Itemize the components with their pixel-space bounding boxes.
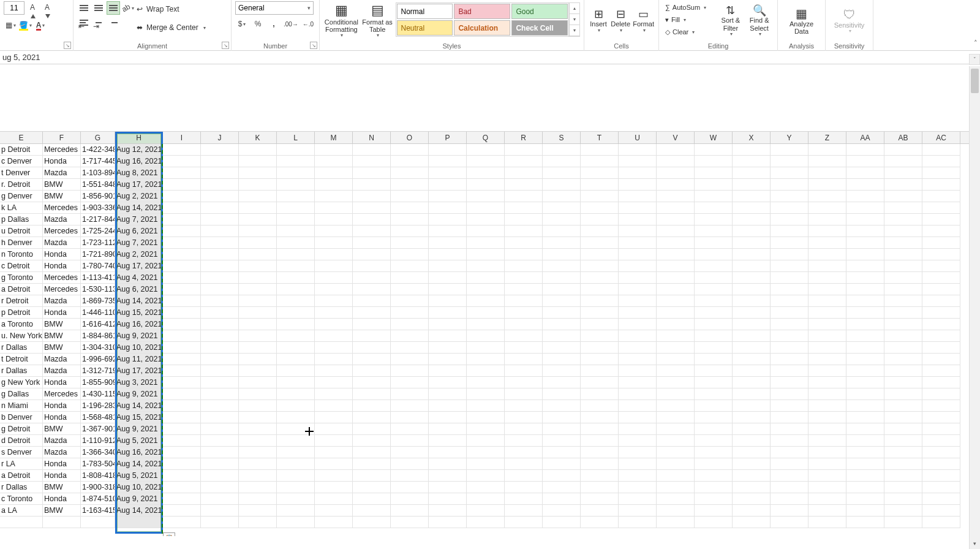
cell[interactable]: [277, 377, 315, 388]
cell[interactable]: 1-903-336: [81, 202, 115, 214]
column-header-AA[interactable]: AA: [846, 132, 884, 143]
cell[interactable]: [733, 517, 771, 528]
table-row[interactable]: h DenverMazda1-723-112Aug 7, 2021: [0, 237, 980, 249]
cell[interactable]: [391, 447, 429, 458]
align-top-button[interactable]: [77, 1, 91, 15]
cell[interactable]: [163, 470, 201, 482]
cell[interactable]: [239, 458, 277, 470]
cell[interactable]: [353, 260, 391, 272]
cell[interactable]: [809, 295, 846, 307]
cell[interactable]: [884, 377, 922, 388]
cell[interactable]: Honda: [43, 493, 81, 505]
cell[interactable]: [163, 260, 201, 272]
cell[interactable]: [543, 237, 581, 249]
cell[interactable]: [809, 260, 846, 272]
cell[interactable]: [543, 202, 581, 214]
cell[interactable]: 1-366-340: [81, 447, 115, 458]
table-row[interactable]: s DenverMazda1-366-340Aug 16, 2021: [0, 447, 980, 458]
cell[interactable]: [467, 319, 505, 330]
cell[interactable]: [922, 400, 960, 412]
cell[interactable]: [695, 156, 733, 167]
cell[interactable]: [733, 365, 771, 377]
cell[interactable]: [846, 202, 884, 214]
cell[interactable]: [277, 458, 315, 470]
table-row[interactable]: p DetroitMercedes1-422-348Aug 12, 2021: [0, 144, 980, 156]
cell[interactable]: [505, 447, 543, 458]
cell[interactable]: [163, 319, 201, 330]
cell[interactable]: [277, 447, 315, 458]
cell[interactable]: Aug 14, 2021: [115, 202, 163, 214]
cell[interactable]: 1-808-418: [81, 470, 115, 482]
cell[interactable]: [619, 249, 657, 260]
cell[interactable]: [429, 179, 467, 191]
cell[interactable]: [201, 493, 239, 505]
cell[interactable]: [846, 225, 884, 237]
cell[interactable]: [846, 295, 884, 307]
cell[interactable]: [505, 342, 543, 354]
cell[interactable]: [201, 354, 239, 365]
cell[interactable]: r LA: [0, 458, 43, 470]
cell[interactable]: [429, 365, 467, 377]
cell[interactable]: [695, 167, 733, 179]
cell[interactable]: [657, 458, 695, 470]
cell[interactable]: [771, 493, 809, 505]
cell[interactable]: [505, 167, 543, 179]
cell[interactable]: [239, 319, 277, 330]
table-row[interactable]: g DenverBMW1-856-901Aug 2, 2021: [0, 191, 980, 202]
column-header-J[interactable]: J: [201, 132, 239, 143]
cell[interactable]: [353, 202, 391, 214]
cell[interactable]: 1-217-844: [81, 214, 115, 225]
cell[interactable]: [353, 493, 391, 505]
cell[interactable]: [505, 284, 543, 295]
cell[interactable]: BMW: [43, 423, 81, 435]
cell[interactable]: [315, 447, 353, 458]
conditional-formatting-button[interactable]: ▦ ConditionalFormatting: [323, 1, 360, 40]
cell[interactable]: [353, 214, 391, 225]
cell[interactable]: [543, 388, 581, 400]
cell[interactable]: [809, 319, 846, 330]
paste-options-button[interactable]: 📋: [163, 532, 175, 536]
cell[interactable]: [353, 377, 391, 388]
cell[interactable]: [277, 319, 315, 330]
cell[interactable]: [581, 470, 619, 482]
cell[interactable]: [467, 284, 505, 295]
cell[interactable]: [505, 505, 543, 517]
cell[interactable]: [467, 167, 505, 179]
cell[interactable]: [771, 284, 809, 295]
cell[interactable]: Mazda: [43, 214, 81, 225]
cell[interactable]: [391, 517, 429, 528]
cell[interactable]: [543, 260, 581, 272]
cell[interactable]: [505, 319, 543, 330]
table-row[interactable]: r DallasMazda1-312-719Aug 17, 2021: [0, 365, 980, 377]
cell[interactable]: [922, 167, 960, 179]
style-good[interactable]: Good: [511, 4, 568, 19]
cell[interactable]: [771, 377, 809, 388]
cell[interactable]: [163, 505, 201, 517]
cell[interactable]: [353, 435, 391, 447]
cell[interactable]: [277, 144, 315, 156]
cell[interactable]: [239, 435, 277, 447]
cell[interactable]: [277, 505, 315, 517]
gallery-scroll[interactable]: ▴▾▾: [569, 2, 580, 37]
cell[interactable]: [353, 423, 391, 435]
cell[interactable]: [922, 156, 960, 167]
cell[interactable]: [505, 237, 543, 249]
cell[interactable]: [922, 330, 960, 342]
cell[interactable]: [201, 412, 239, 423]
cell[interactable]: [391, 330, 429, 342]
table-row[interactable]: c DenverHonda1-717-445Aug 16, 2021: [0, 156, 980, 167]
cell[interactable]: [391, 319, 429, 330]
font-color-button[interactable]: A: [34, 18, 47, 32]
cell[interactable]: 1-163-415: [81, 505, 115, 517]
cell[interactable]: Aug 15, 2021: [115, 412, 163, 423]
cell[interactable]: [353, 272, 391, 284]
cell[interactable]: [657, 214, 695, 225]
cell[interactable]: [277, 167, 315, 179]
cell[interactable]: [391, 470, 429, 482]
cell[interactable]: [809, 400, 846, 412]
decrease-decimal-button[interactable]: ←.0: [301, 17, 315, 31]
cell[interactable]: [695, 354, 733, 365]
cell[interactable]: [922, 470, 960, 482]
column-header-E[interactable]: E: [0, 132, 43, 143]
cell[interactable]: [581, 377, 619, 388]
